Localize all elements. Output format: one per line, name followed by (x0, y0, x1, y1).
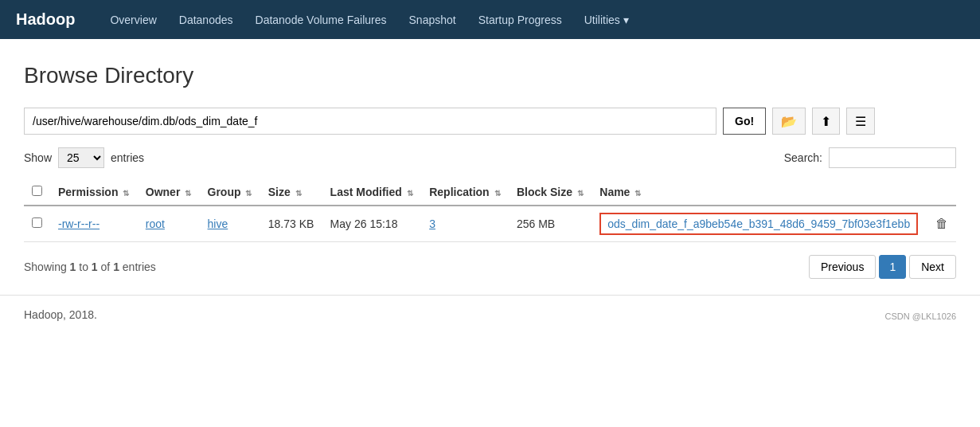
sort-block-size-icon[interactable]: ⇅ (577, 189, 584, 198)
navbar: Hadoop Overview Datanodes Datanode Volum… (0, 0, 980, 39)
col-last-modified: Last Modified ⇅ (322, 179, 422, 206)
table-row: -rw-r--r-- root hive 18.73 KB May 26 15:… (24, 206, 956, 242)
col-block-size: Block Size ⇅ (509, 179, 592, 206)
col-group-label: Group (208, 186, 241, 198)
col-actions (927, 179, 956, 206)
table-header-row: Permission ⇅ Owner ⇅ Group ⇅ Size ⇅ Last… (24, 179, 956, 206)
footer-text: Hadoop, 2018. (24, 308, 97, 321)
col-size-label: Size (268, 186, 291, 198)
sort-last-modified-icon[interactable]: ⇅ (407, 189, 413, 198)
nav-item-utilities[interactable]: Utilities ▾ (573, 0, 640, 39)
name-cell-box: ods_dim_date_f_a9beb54e_b391_48d6_9459_7… (599, 213, 918, 235)
entries-label: entries (111, 151, 144, 164)
col-size: Size ⇅ (260, 179, 322, 206)
col-block-size-label: Block Size (517, 186, 572, 198)
controls-row: Show 10 25 50 100 entries Search: (24, 147, 956, 168)
navbar-brand: Hadoop (16, 10, 75, 29)
col-replication: Replication ⇅ (421, 179, 509, 206)
previous-button[interactable]: Previous (809, 255, 876, 279)
sort-owner-icon[interactable]: ⇅ (185, 189, 191, 198)
row-owner: root (138, 206, 200, 242)
go-button[interactable]: Go! (723, 108, 766, 135)
search-box: Search: (784, 147, 956, 168)
nav-item-startup-progress[interactable]: Startup Progress (467, 0, 573, 39)
row-block-size: 256 MB (509, 206, 592, 242)
show-label: Show (24, 151, 52, 164)
owner-link[interactable]: root (146, 217, 165, 230)
page-title: Browse Directory (24, 63, 956, 88)
col-permission-label: Permission (58, 186, 118, 198)
search-input[interactable] (829, 147, 956, 168)
list-icon: ☰ (855, 114, 866, 129)
folder-icon-button[interactable]: 📂 (772, 108, 806, 135)
main-content: Browse Directory Go! 📂 ⬆ ☰ Show 10 25 50… (0, 39, 980, 295)
sort-replication-icon[interactable]: ⇅ (494, 189, 501, 198)
delete-icon[interactable]: 🗑 (935, 217, 948, 230)
col-permission: Permission ⇅ (50, 179, 138, 206)
row-replication: 3 (421, 206, 509, 242)
select-all-col (24, 179, 50, 206)
sort-group-icon[interactable]: ⇅ (245, 189, 252, 198)
footer: Hadoop, 2018. CSDN @LKL1026 (0, 295, 980, 327)
footer-watermark: CSDN @LKL1026 (885, 311, 956, 321)
col-name: Name ⇅ (592, 179, 927, 206)
row-checkbox-cell (24, 206, 50, 242)
nav-item-overview[interactable]: Overview (99, 0, 167, 39)
row-group: hive (200, 206, 260, 242)
folder-icon: 📂 (781, 114, 797, 129)
group-link[interactable]: hive (208, 217, 228, 230)
col-group: Group ⇅ (200, 179, 260, 206)
file-name-link[interactable]: ods_dim_date_f_a9beb54e_b391_48d6_9459_7… (607, 217, 910, 230)
col-owner: Owner ⇅ (138, 179, 200, 206)
upload-icon: ⬆ (821, 114, 831, 129)
sort-permission-icon[interactable]: ⇅ (123, 189, 129, 198)
path-input[interactable] (24, 108, 716, 135)
col-owner-label: Owner (146, 186, 181, 198)
upload-icon-button[interactable]: ⬆ (812, 108, 840, 135)
row-permission: -rw-r--r-- (50, 206, 138, 242)
entries-select[interactable]: 10 25 50 100 (58, 147, 104, 168)
sort-size-icon[interactable]: ⇅ (295, 189, 302, 198)
search-label: Search: (784, 151, 822, 164)
chevron-down-icon: ▾ (623, 14, 629, 26)
permission-link[interactable]: -rw-r--r-- (58, 217, 100, 230)
row-last-modified: May 26 15:18 (322, 206, 422, 242)
page-1-button[interactable]: 1 (879, 255, 906, 279)
directory-table: Permission ⇅ Owner ⇅ Group ⇅ Size ⇅ Last… (24, 179, 956, 242)
row-size: 18.73 KB (260, 206, 322, 242)
col-replication-label: Replication (429, 186, 489, 198)
pagination-buttons: Previous 1 Next (809, 255, 956, 279)
col-name-label: Name (599, 186, 630, 198)
row-checkbox[interactable] (32, 217, 42, 228)
row-name-cell: ods_dim_date_f_a9beb54e_b391_48d6_9459_7… (592, 206, 927, 242)
row-delete-cell: 🗑 (927, 206, 956, 242)
nav-item-datanodes[interactable]: Datanodes (168, 0, 244, 39)
nav-item-snapshot[interactable]: Snapshot (398, 0, 467, 39)
pagination-row: Showing 1 to 1 of 1 entries Previous 1 N… (24, 255, 956, 279)
nav-item-datanode-volume-failures[interactable]: Datanode Volume Failures (244, 0, 398, 39)
select-all-checkbox[interactable] (32, 186, 42, 196)
list-icon-button[interactable]: ☰ (846, 108, 875, 135)
showing-text: Showing 1 to 1 of 1 entries (24, 261, 156, 273)
next-button[interactable]: Next (909, 255, 956, 279)
replication-link[interactable]: 3 (429, 217, 435, 230)
show-entries: Show 10 25 50 100 entries (24, 147, 144, 168)
path-bar: Go! 📂 ⬆ ☰ (24, 108, 956, 135)
sort-name-icon[interactable]: ⇅ (634, 189, 641, 198)
col-last-modified-label: Last Modified (330, 186, 402, 198)
